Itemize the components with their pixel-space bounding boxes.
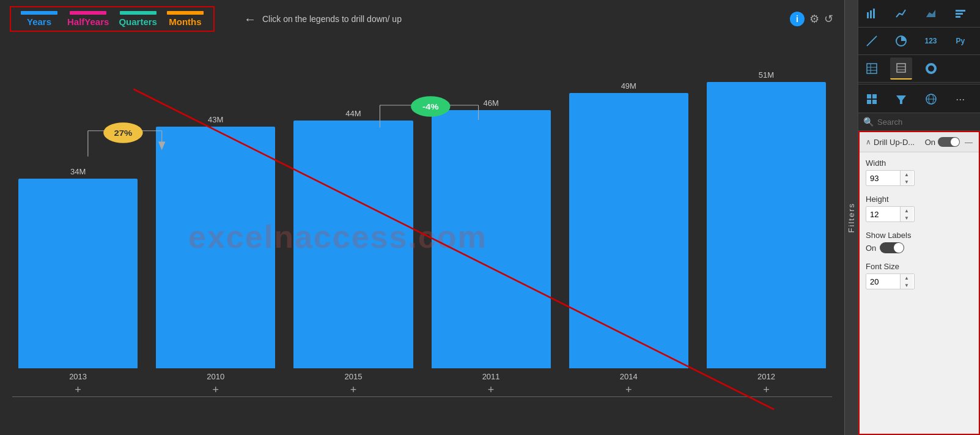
show-labels-toggle-row: On [866,242,973,253]
drill-toggle[interactable] [938,137,960,147]
bar-year-2010: 2010 [207,372,224,381]
bar-value-2014: 49M [621,81,636,91]
chart-container: excelnaccess.com 27% -4% [0,38,844,435]
width-down-btn[interactable]: ▼ [901,178,913,185]
bar-rect-2015[interactable] [293,121,413,368]
width-input[interactable] [866,171,900,185]
panel-header: ∧ Drill Up-D... On — [860,132,979,152]
toolbar-icon-chart-line[interactable] [890,2,912,24]
instruction-text: Click on the legends to drill down/ up [262,14,402,24]
legend-years[interactable]: Years [16,11,62,27]
toolbar-icon-paint[interactable] [890,58,912,80]
toolbar-icon-chart-bar[interactable] [861,2,883,24]
toolbar-icons-row1 [858,0,980,28]
font-size-spinners: ▲ ▼ [900,274,913,289]
chevron-icon[interactable]: ∧ [866,138,871,146]
toolbar-icon-pie[interactable] [890,30,912,52]
toolbar-icon-py[interactable]: Py [949,30,971,52]
svg-rect-16 [956,10,965,12]
search-input[interactable] [877,117,980,127]
bar-rect-2010[interactable] [156,127,275,368]
font-size-row: Font Size ▲ ▼ [866,262,973,289]
legend-months[interactable]: Months [162,11,208,27]
show-labels-toggle[interactable] [880,242,904,253]
bar-plus-2014[interactable]: + [625,384,632,396]
legend-bar: Years HalfYears Quarters Months [10,6,215,32]
toolbar-icon-filter2[interactable] [890,88,912,110]
filters-tab[interactable]: Filters [844,0,858,435]
bar-year-2013: 2013 [69,372,87,381]
toolbar-icon-donut[interactable] [920,58,942,80]
font-size-label: Font Size [866,262,973,271]
refresh-icon[interactable]: ↺ [824,12,833,26]
bar-value-2011: 46M [483,99,498,108]
x-axis [12,396,832,397]
toolbar-icons-row4: ··· [858,86,980,113]
toolbar-icon-123[interactable]: 123 [920,30,942,52]
svg-rect-12 [867,12,869,18]
bar-year-2011: 2011 [482,372,500,381]
bar-plus-2012[interactable]: + [763,384,770,396]
bar-2012: 51M 2012 + [707,70,826,396]
svg-rect-13 [870,10,872,18]
svg-marker-15 [926,10,935,17]
toolbar-icon-scatter[interactable] [861,30,883,52]
bar-value-2012: 51M [759,70,774,80]
bar-rect-2011[interactable] [432,110,551,368]
bar-rect-2013[interactable] [18,179,138,368]
right-toolbar: 123 Py ··· 🔍 ∧ [858,0,980,435]
search-icon: 🔍 [863,117,874,127]
legend-quarters[interactable]: Quarters [114,11,162,27]
bar-rect-2014[interactable] [569,93,688,368]
svg-rect-14 [873,9,875,18]
svg-rect-20 [867,64,877,73]
font-size-up-btn[interactable]: ▲ [901,274,913,281]
toolbar-divider [858,84,980,84]
svg-rect-18 [956,16,960,18]
height-spinners: ▲ ▼ [900,207,913,221]
svg-marker-32 [896,95,906,104]
height-down-btn[interactable]: ▼ [901,214,913,221]
years-color-bar [21,11,57,15]
toolbar-icon-more[interactable]: ··· [949,88,971,110]
bar-2010: 43M 2010 + [156,115,275,396]
font-size-down-btn[interactable]: ▼ [901,281,913,289]
panel-menu-dots[interactable]: — [965,138,973,147]
bar-2011: 46M 2011 + [432,99,551,396]
legend-halfyears[interactable]: HalfYears [62,11,114,27]
toolbar-icon-map[interactable] [920,88,942,110]
height-input[interactable] [866,207,900,221]
width-label: Width [866,158,973,168]
toggle-knob [951,138,959,146]
toolbar-icon-chart-area[interactable] [920,2,942,24]
width-up-btn[interactable]: ▲ [901,171,913,178]
show-labels-label: Show Labels [866,231,973,240]
show-labels-toggle-label: On [866,244,876,253]
bar-plus-2011[interactable]: + [488,384,495,396]
font-size-input[interactable] [866,275,900,289]
height-input-row: ▲ ▼ [866,206,915,222]
svg-rect-29 [872,94,877,99]
chart-bars: 34M 2013 + 43M 2010 + 44M 2015 + 46 [12,44,832,396]
bar-value-2010: 43M [208,115,223,124]
bar-plus-2013[interactable]: + [75,384,81,396]
toolbar-icon-table2[interactable] [861,58,883,80]
bar-plus-2015[interactable]: + [350,384,357,396]
years-label: Years [27,17,51,27]
bar-value-2015: 44M [345,109,361,118]
show-labels-knob [894,243,904,253]
width-spinners: ▲ ▼ [900,171,913,185]
bar-rect-2012[interactable] [707,82,826,368]
months-label: Months [169,17,201,27]
bar-plus-2010[interactable]: + [213,384,219,396]
gear-icon[interactable]: ⚙ [809,12,819,26]
toolbar-icon-grid[interactable] [861,88,883,110]
svg-rect-24 [897,64,905,72]
toolbar-icon-chart-column[interactable] [949,2,971,24]
toolbar-icons-row3 [858,55,980,83]
main-chart-area: Years HalfYears Quarters Months ← Click … [0,0,844,435]
height-up-btn[interactable]: ▲ [901,207,913,214]
toggle-on-label: On [925,138,935,147]
bar-year-2012: 2012 [757,372,775,381]
info-icon[interactable]: i [790,12,805,26]
